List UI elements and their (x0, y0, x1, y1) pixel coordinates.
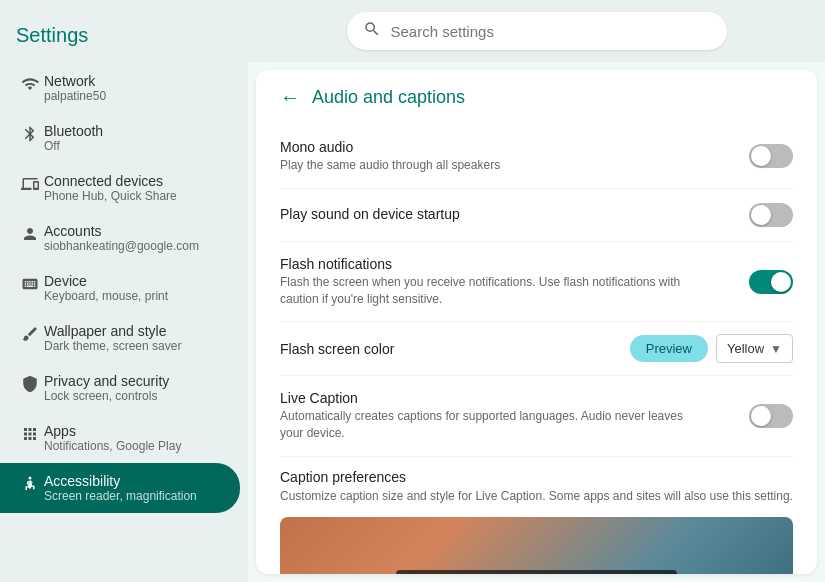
brush-icon (16, 325, 44, 343)
svg-point-0 (29, 477, 32, 480)
sidebar-item-network[interactable]: Network palpatine50 (0, 63, 240, 113)
live-caption-label: Live Caption (280, 390, 690, 406)
connected-devices-sublabel: Phone Hub, Quick Share (44, 189, 177, 203)
live-caption-info: Live Caption Automatically creates capti… (280, 390, 690, 442)
device-label: Device (44, 273, 168, 289)
caption-image: The quick brown fox jumps over the lazy … (280, 517, 793, 574)
mono-audio-toggle[interactable] (749, 144, 793, 168)
accessibility-label: Accessibility (44, 473, 197, 489)
network-sublabel: palpatine50 (44, 89, 106, 103)
apps-label: Apps (44, 423, 181, 439)
sidebar-item-accessibility[interactable]: Accessibility Screen reader, magnificati… (0, 463, 240, 513)
mono-audio-knob (751, 146, 771, 166)
flash-notifications-label: Flash notifications (280, 256, 690, 272)
caption-sample-text: The quick brown fox jumps over the lazy … (396, 570, 677, 574)
sidebar-item-wallpaper[interactable]: Wallpaper and style Dark theme, screen s… (0, 313, 240, 363)
main-content: ← Audio and captions Mono audio Play the… (248, 0, 825, 582)
back-button[interactable]: ← (280, 86, 300, 109)
play-sound-knob (751, 205, 771, 225)
mono-audio-item: Mono audio Play the same audio through a… (280, 125, 793, 189)
flash-color-row: Flash screen color Preview Yellow ▼ (280, 322, 793, 376)
mono-audio-label: Mono audio (280, 139, 690, 155)
network-label: Network (44, 73, 106, 89)
search-icon (363, 20, 381, 42)
flash-controls: Preview Yellow ▼ (630, 334, 793, 363)
sidebar-item-apps[interactable]: Apps Notifications, Google Play (0, 413, 240, 463)
preview-button[interactable]: Preview (630, 335, 708, 362)
flash-notifications-desc: Flash the screen when you receive notifi… (280, 274, 690, 308)
settings-panel: ← Audio and captions Mono audio Play the… (256, 70, 817, 574)
accounts-label: Accounts (44, 223, 199, 239)
sidebar-item-accounts[interactable]: Accounts siobhankeating@google.com (0, 213, 240, 263)
apps-sublabel: Notifications, Google Play (44, 439, 181, 453)
devices-icon (16, 175, 44, 193)
person-icon (16, 225, 44, 243)
chevron-down-icon: ▼ (770, 342, 782, 356)
caption-image-bg: The quick brown fox jumps over the lazy … (280, 517, 793, 574)
bluetooth-icon (16, 125, 44, 143)
bluetooth-label: Bluetooth (44, 123, 103, 139)
accounts-sublabel: siobhankeating@google.com (44, 239, 199, 253)
connected-devices-label: Connected devices (44, 173, 177, 189)
sidebar-item-bluetooth[interactable]: Bluetooth Off (0, 113, 240, 163)
panel-title: Audio and captions (312, 87, 465, 108)
flash-notifications-toggle[interactable] (749, 270, 793, 294)
wallpaper-label: Wallpaper and style (44, 323, 181, 339)
flash-notifications-item: Flash notifications Flash the screen whe… (280, 242, 793, 323)
flash-notifications-info: Flash notifications Flash the screen whe… (280, 256, 690, 308)
sidebar: Settings Network palpatine50 Bluetooth O… (0, 0, 248, 582)
caption-pref-desc: Customize caption size and style for Liv… (280, 489, 793, 503)
wifi-icon (16, 75, 44, 93)
panel-header: ← Audio and captions (280, 86, 793, 109)
live-caption-toggle[interactable] (749, 404, 793, 428)
flash-color-label: Flash screen color (280, 341, 394, 357)
play-sound-info: Play sound on device startup (280, 206, 690, 224)
bluetooth-sublabel: Off (44, 139, 103, 153)
privacy-sublabel: Lock screen, controls (44, 389, 169, 403)
wallpaper-sublabel: Dark theme, screen saver (44, 339, 181, 353)
search-bar[interactable] (347, 12, 727, 50)
keyboard-icon (16, 275, 44, 293)
live-caption-item: Live Caption Automatically creates capti… (280, 376, 793, 457)
mono-audio-desc: Play the same audio through all speakers (280, 157, 690, 174)
caption-pref-title: Caption preferences (280, 469, 793, 485)
play-sound-toggle[interactable] (749, 203, 793, 227)
privacy-label: Privacy and security (44, 373, 169, 389)
flash-notifications-knob (771, 272, 791, 292)
live-caption-desc: Automatically creates captions for suppo… (280, 408, 690, 442)
search-input[interactable] (391, 23, 711, 40)
live-caption-knob (751, 406, 771, 426)
accessibility-sublabel: Screen reader, magnification (44, 489, 197, 503)
search-bar-container (248, 0, 825, 62)
apps-icon (16, 425, 44, 443)
sidebar-item-device[interactable]: Device Keyboard, mouse, print (0, 263, 240, 313)
play-sound-item: Play sound on device startup (280, 189, 793, 242)
sidebar-item-privacy[interactable]: Privacy and security Lock screen, contro… (0, 363, 240, 413)
accessibility-icon (16, 475, 44, 493)
play-sound-label: Play sound on device startup (280, 206, 690, 222)
mono-audio-info: Mono audio Play the same audio through a… (280, 139, 690, 174)
device-sublabel: Keyboard, mouse, print (44, 289, 168, 303)
app-title: Settings (0, 16, 248, 63)
color-dropdown[interactable]: Yellow ▼ (716, 334, 793, 363)
sidebar-item-connected-devices[interactable]: Connected devices Phone Hub, Quick Share (0, 163, 240, 213)
caption-preferences: Caption preferences Customize caption si… (280, 457, 793, 509)
color-value: Yellow (727, 341, 764, 356)
shield-icon (16, 375, 44, 393)
